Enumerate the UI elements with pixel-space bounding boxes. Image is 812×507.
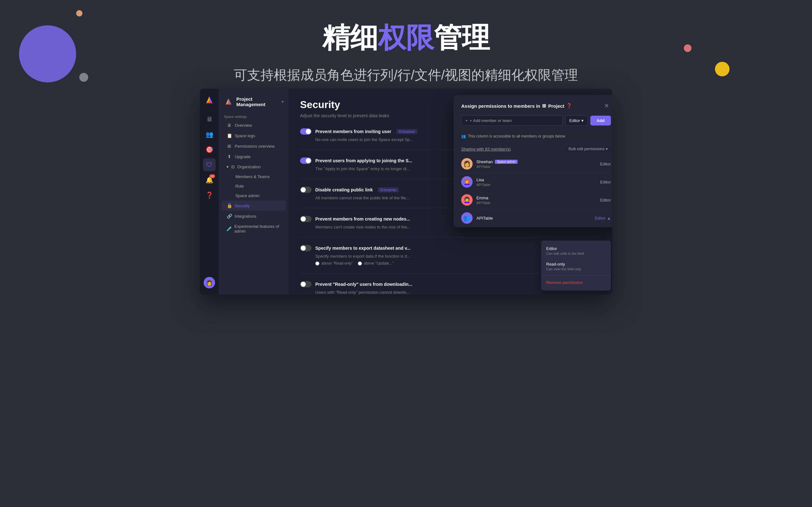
dialog-header: Assign permissions to members in ⊞ Proje… (454, 95, 612, 115)
toggle-prevent-readonly-download[interactable] (300, 281, 311, 287)
icon-bar-shield[interactable]: 🛡 (203, 158, 216, 171)
dialog-project-name: Project (548, 103, 564, 109)
icon-bar-target[interactable]: 🎯 (203, 143, 216, 156)
toggle-prevent-applying[interactable] (300, 158, 311, 164)
org-collapse-icon: ▾ (226, 164, 229, 169)
member-role-sheehan[interactable]: Editor (600, 162, 611, 166)
dialog-close-button[interactable]: ✕ (602, 101, 611, 110)
dropdown-item-remove[interactable]: Remove permission (541, 277, 611, 288)
dropdown-item-read-only[interactable]: Read-only Can view the field only (541, 259, 611, 274)
toggle-disable-public-link[interactable] (300, 187, 311, 193)
app-logo (204, 95, 214, 107)
member-org-sheehan: APITable (476, 165, 600, 169)
org-group-header[interactable]: ▾ ⊟ Organization (221, 162, 286, 172)
space-admin-badge: Space admin (495, 160, 518, 164)
editor-desc: Can edit cells in the field (546, 251, 606, 256)
member-info-group: APITable (476, 216, 595, 221)
member-role-lisa[interactable]: Editor (600, 180, 611, 184)
member-role-emma[interactable]: Editor (600, 198, 611, 203)
sidebar-item-overview[interactable]: 🖥 Overview (221, 120, 286, 130)
member-name-lisa: Lisa (476, 177, 600, 182)
dialog-help-icon[interactable]: ❓ (566, 103, 572, 109)
bulk-edit-button[interactable]: Bulk edit permissions ▾ (565, 146, 611, 153)
sidebar-item-space-admin-label: Space admin (235, 193, 259, 198)
role-select[interactable]: Editor ▾ (565, 115, 588, 126)
role-select-value: Editor (569, 118, 580, 123)
space-logs-icon: 📋 (226, 133, 232, 138)
add-member-input[interactable]: + + Add member or team (461, 115, 563, 126)
sidebar-item-members-teams-label: Members & Teams (235, 174, 270, 179)
icon-bar-help[interactable]: ❓ (203, 189, 216, 202)
export-option-update[interactable]: above "Update..." (358, 261, 393, 266)
sharing-count[interactable]: Sharing with 83 member(s) (461, 147, 511, 152)
dropdown-divider (541, 275, 611, 276)
sidebar-item-permissions-overview[interactable]: ⊞ Permissions overview (221, 141, 286, 151)
dialog-add-row: + + Add member or team Editor ▾ Add (454, 115, 612, 131)
prevent-invite-title: Prevent members from inviting user (315, 129, 392, 134)
role-chevron-up: ▲ (607, 216, 611, 221)
member-list: 👩 Sheehan Space admin APITable Editor (454, 155, 612, 227)
org-icon: ⊟ (231, 164, 235, 169)
member-row: 👩‍🦰 Lisa APITable Editor (461, 173, 611, 191)
editor-title: Editor (546, 246, 606, 251)
title-part3: 管理 (434, 22, 490, 53)
role-dropdown: Editor Can edit cells in the field Read-… (541, 240, 611, 291)
workspace-name: Project Management (236, 96, 278, 107)
sidebar: Project Management ▾ Space settings 🖥 Ov… (219, 89, 289, 295)
bulk-edit-chevron: ▾ (606, 147, 608, 151)
header-subtitle: 可支持根据成员角色进行列/行/文件/视图的精细化权限管理 (0, 66, 812, 84)
user-avatar[interactable]: 👩 (204, 277, 215, 288)
title-part1: 精细 (322, 22, 378, 53)
permission-dialog: Assign permissions to members in ⊞ Proje… (454, 95, 612, 227)
sidebar-item-members-teams[interactable]: Members & Teams (221, 172, 286, 181)
member-row: 👥 APITable Editor ▲ (461, 209, 611, 227)
toggle-prevent-invite[interactable] (300, 128, 311, 135)
sidebar-item-security-label: Security (235, 204, 250, 208)
upgrade-icon: ⬆ (226, 154, 232, 159)
member-org-emma: APITable (476, 201, 600, 205)
read-only-title: Read-only (546, 262, 606, 267)
sidebar-item-space-logs[interactable]: 📋 Space logs (221, 130, 286, 141)
app-window: 🖥 👥 🎯 🛡 🔔 12 ❓ 👩 Project Management ▾ (200, 89, 612, 295)
sidebar-item-experimental[interactable]: 🧪 Experimental features of admin (221, 222, 286, 236)
member-avatar-emma: 👩‍🦱 (461, 194, 473, 206)
info-icon: 👥 (461, 134, 466, 138)
member-row: 👩 Sheehan Space admin APITable Editor (461, 155, 611, 173)
sidebar-item-experimental-label: Experimental features of admin (235, 224, 281, 233)
icon-bar-people[interactable]: 👥 (203, 128, 216, 141)
member-avatar-sheehan: 👩 (461, 158, 473, 170)
permissions-icon: ⊞ (226, 144, 232, 149)
icon-bar-bell[interactable]: 🔔 12 (203, 174, 216, 186)
member-avatar-group: 👥 (461, 212, 473, 224)
dialog-title: Assign permissions to members in ⊞ Proje… (461, 103, 572, 109)
security-icon: 🔒 (226, 203, 232, 208)
prevent-readonly-download-desc: Users with "Read-only" permission cannot… (300, 290, 601, 295)
add-button[interactable]: Add (590, 116, 611, 125)
sidebar-item-role[interactable]: Role (221, 181, 286, 191)
read-only-desc: Can view the field only (546, 267, 606, 271)
org-label: Organization (237, 164, 261, 169)
workspace-header[interactable]: Project Management ▾ (219, 94, 289, 112)
export-option-read-only[interactable]: above "Read-only" (315, 261, 353, 266)
sidebar-item-permissions-label: Permissions overview (235, 144, 275, 149)
bulk-edit-label: Bulk edit permissions (569, 147, 605, 151)
sidebar-item-upgrade-label: Upgrade (235, 154, 251, 159)
role-select-chevron: ▾ (581, 118, 583, 123)
toggle-export-datasheet[interactable] (300, 245, 311, 251)
sidebar-item-security[interactable]: 🔒 Security (221, 201, 286, 211)
icon-bar-desktop[interactable]: 🖥 (203, 113, 216, 125)
dropdown-item-editor[interactable]: Editor Can edit cells in the field (541, 243, 611, 259)
sidebar-item-role-label: Role (235, 184, 244, 188)
main-panel: Security Adjust the security level to pr… (289, 89, 612, 295)
sidebar-item-space-admin[interactable]: Space admin (221, 191, 286, 200)
add-member-plus-icon: + (465, 118, 468, 123)
member-avatar-lisa: 👩‍🦰 (461, 176, 473, 187)
remove-label: Remove permission (546, 280, 606, 285)
sidebar-item-integrations[interactable]: 🔗 Integrations (221, 211, 286, 221)
toggle-prevent-new-nodes[interactable] (300, 216, 311, 222)
sidebar-item-upgrade[interactable]: ⬆ Upgrade (221, 152, 286, 162)
member-name-sheehan: Sheehan Space admin (476, 159, 600, 164)
member-role-group[interactable]: Editor ▲ (595, 216, 611, 221)
sidebar-item-overview-label: Overview (235, 123, 252, 128)
dialog-info-bar: 👥 This column is accessible to all membe… (454, 131, 612, 142)
